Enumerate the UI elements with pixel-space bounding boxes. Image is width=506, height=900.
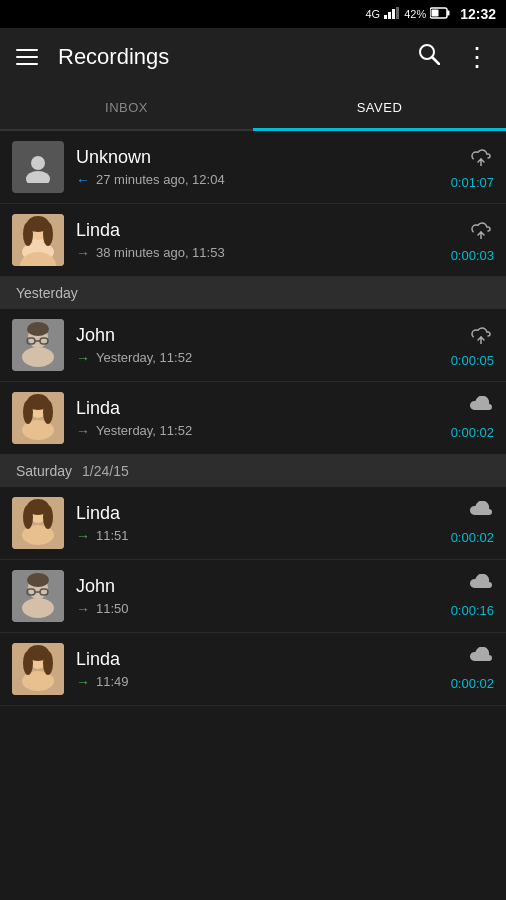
status-bar: 4G 42% 12:32	[0, 0, 506, 28]
item-info: Unknown ← 27 minutes ago, 12:04	[76, 146, 451, 187]
item-meta: → 38 minutes ago, 11:53	[76, 245, 451, 261]
svg-point-40	[43, 505, 53, 529]
item-meta: → Yesterday, 11:52	[76, 350, 451, 366]
cloud-upload-icon	[468, 217, 494, 244]
battery-icon: 42%	[404, 8, 426, 20]
call-direction-icon: ←	[76, 172, 90, 188]
list-item[interactable]: Linda → 11:49 0:00:02	[0, 633, 506, 706]
recording-duration: 0:01:07	[451, 175, 494, 190]
contact-name: Linda	[76, 648, 451, 671]
tab-saved[interactable]: SAVED	[253, 86, 506, 129]
svg-point-42	[22, 598, 54, 618]
menu-button[interactable]	[12, 45, 42, 69]
list-item[interactable]: Linda → 38 minutes ago, 11:53 0:00:03	[0, 204, 506, 277]
svg-point-34	[43, 400, 53, 424]
more-options-button[interactable]: ⋮	[460, 40, 494, 74]
tab-saved-label: SAVED	[357, 100, 403, 115]
section-header-saturday: Saturday 1/24/15	[0, 455, 506, 487]
item-info: Linda → Yesterday, 11:52	[76, 397, 451, 438]
page-title: Recordings	[58, 44, 398, 70]
call-direction-icon: →	[76, 423, 90, 439]
tab-inbox[interactable]: INBOX	[0, 86, 253, 129]
toolbar: Recordings ⋮	[0, 28, 506, 86]
list-item[interactable]: Linda → Yesterday, 11:52 0:00:02	[0, 382, 506, 455]
item-actions: 0:00:16	[451, 574, 494, 618]
cloud-plain-icon	[468, 501, 494, 526]
item-meta: → 11:50	[76, 601, 451, 617]
cloud-plain-icon	[468, 396, 494, 421]
section-header-yesterday: Yesterday	[0, 277, 506, 309]
svg-point-53	[43, 651, 53, 675]
avatar	[12, 214, 64, 266]
list-item[interactable]: Unknown ← 27 minutes ago, 12:04 0:01:07	[0, 131, 506, 204]
contact-name: Linda	[76, 219, 451, 242]
item-info: John → 11:50	[76, 575, 451, 616]
section-date: 1/24/15	[82, 463, 129, 479]
item-meta: ← 27 minutes ago, 12:04	[76, 172, 451, 188]
svg-rect-5	[447, 10, 450, 15]
svg-rect-6	[432, 9, 439, 16]
svg-point-24	[27, 322, 49, 336]
call-direction-icon: →	[76, 528, 90, 544]
call-direction-icon: →	[76, 601, 90, 617]
item-info: Linda → 11:51	[76, 502, 451, 543]
svg-point-9	[31, 156, 45, 170]
item-actions: 0:00:02	[451, 396, 494, 440]
call-time: 11:51	[96, 528, 129, 543]
avatar	[12, 497, 64, 549]
svg-rect-2	[392, 9, 395, 19]
list-item[interactable]: John → 11:50 0:00:16	[0, 560, 506, 633]
svg-rect-3	[396, 7, 399, 19]
item-meta: → 11:49	[76, 674, 451, 690]
svg-point-18	[23, 222, 33, 246]
recording-duration: 0:00:02	[451, 676, 494, 691]
section-label: Saturday	[16, 463, 72, 479]
search-button[interactable]	[414, 39, 444, 75]
item-actions: 0:00:05	[451, 322, 494, 368]
call-time: Yesterday, 11:52	[96, 423, 192, 438]
svg-point-10	[26, 171, 50, 183]
svg-point-22	[22, 347, 54, 367]
avatar	[12, 141, 64, 193]
call-time: 38 minutes ago, 11:53	[96, 245, 225, 260]
item-info: Linda → 11:49	[76, 648, 451, 689]
recording-duration: 0:00:02	[451, 425, 494, 440]
call-direction-icon: →	[76, 245, 90, 261]
list-item[interactable]: John → Yesterday, 11:52 0:00:05	[0, 309, 506, 382]
avatar	[12, 319, 64, 371]
svg-point-52	[23, 651, 33, 675]
recordings-list: Unknown ← 27 minutes ago, 12:04 0:01:07	[0, 131, 506, 706]
tabs: INBOX SAVED	[0, 86, 506, 131]
contact-name: Linda	[76, 397, 451, 420]
cloud-plain-icon	[468, 647, 494, 672]
list-item[interactable]: Linda → 11:51 0:00:02	[0, 487, 506, 560]
svg-line-8	[432, 57, 439, 64]
item-info: Linda → 38 minutes ago, 11:53	[76, 219, 451, 260]
network-icon: 4G	[365, 8, 380, 20]
avatar	[12, 392, 64, 444]
section-label: Yesterday	[16, 285, 78, 301]
cloud-upload-icon	[468, 322, 494, 349]
battery-bar	[430, 7, 450, 22]
item-meta: → Yesterday, 11:52	[76, 423, 451, 439]
contact-name: Unknown	[76, 146, 451, 169]
avatar	[12, 570, 64, 622]
svg-point-39	[23, 505, 33, 529]
call-direction-icon: →	[76, 674, 90, 690]
avatar	[12, 643, 64, 695]
status-time: 12:32	[460, 6, 496, 22]
svg-rect-0	[384, 15, 387, 19]
call-direction-icon: →	[76, 350, 90, 366]
contact-name: Linda	[76, 502, 451, 525]
status-icons: 4G 42% 12:32	[365, 6, 496, 22]
tab-inbox-label: INBOX	[105, 100, 148, 115]
cloud-plain-icon	[468, 574, 494, 599]
item-actions: 0:00:03	[451, 217, 494, 263]
cloud-upload-icon	[468, 144, 494, 171]
call-time: 27 minutes ago, 12:04	[96, 172, 225, 187]
item-actions: 0:00:02	[451, 647, 494, 691]
call-time: Yesterday, 11:52	[96, 350, 192, 365]
svg-point-19	[43, 222, 53, 246]
svg-rect-1	[388, 12, 391, 19]
svg-point-33	[23, 400, 33, 424]
